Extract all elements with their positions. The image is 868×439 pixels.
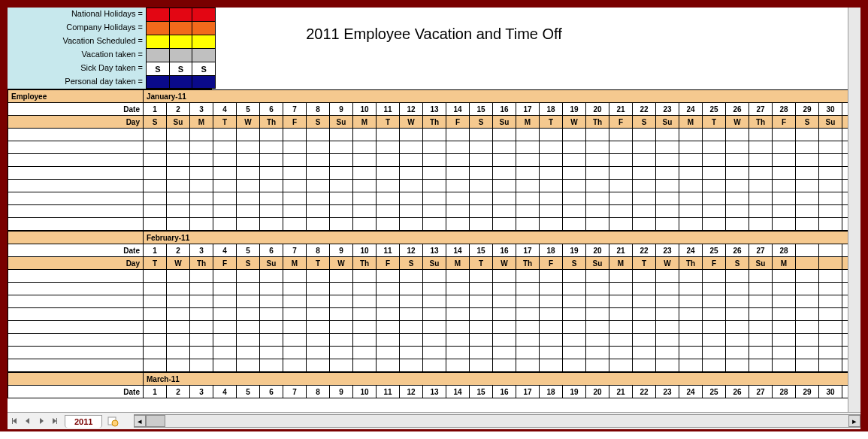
dow-cell[interactable]: S	[563, 257, 586, 270]
data-cell[interactable]	[400, 180, 423, 192]
data-cell[interactable]	[377, 334, 400, 347]
data-cell[interactable]	[819, 205, 842, 218]
tab-nav-next[interactable]	[35, 415, 47, 427]
data-cell[interactable]	[260, 270, 283, 283]
date-cell[interactable]: 8	[307, 244, 330, 257]
data-cell[interactable]	[516, 308, 540, 321]
date-cell[interactable]: 5	[237, 244, 260, 257]
date-cell[interactable]: 29	[796, 103, 819, 116]
data-cell[interactable]	[493, 308, 516, 321]
dow-cell[interactable]: F	[703, 257, 726, 270]
date-cell[interactable]: 1	[144, 103, 167, 116]
data-cell[interactable]	[773, 167, 796, 180]
data-cell[interactable]	[796, 167, 819, 180]
data-cell[interactable]	[423, 283, 446, 295]
data-cell[interactable]	[330, 205, 353, 218]
dow-cell[interactable]: W	[237, 116, 260, 129]
data-cell[interactable]	[190, 334, 213, 347]
date-cell[interactable]: 16	[493, 386, 516, 398]
data-cell[interactable]	[749, 321, 773, 334]
worksheet[interactable]: 2011 Employee Vacation and Time Off Nati…	[8, 8, 860, 412]
data-cell[interactable]	[167, 270, 190, 283]
data-cell[interactable]	[493, 192, 516, 205]
dow-cell[interactable]: M	[609, 257, 633, 270]
dow-cell[interactable]	[796, 257, 819, 270]
data-cell[interactable]	[470, 334, 493, 347]
date-cell[interactable]: 14	[446, 244, 470, 257]
dow-cell[interactable]: M	[283, 257, 307, 270]
data-cell[interactable]	[470, 192, 493, 205]
data-cell[interactable]	[377, 192, 400, 205]
data-cell[interactable]	[633, 270, 656, 283]
data-cell[interactable]	[167, 359, 190, 372]
data-cell[interactable]	[307, 205, 330, 218]
data-cell[interactable]	[493, 205, 516, 218]
data-cell[interactable]	[423, 205, 446, 218]
dow-cell[interactable]: W	[330, 257, 353, 270]
data-cell[interactable]	[819, 295, 842, 308]
dow-cell[interactable]: S	[144, 116, 167, 129]
data-cell[interactable]	[819, 359, 842, 372]
dow-cell[interactable]: Su	[586, 257, 609, 270]
date-cell[interactable]: 18	[540, 244, 563, 257]
data-cell[interactable]	[8, 205, 144, 218]
data-cell[interactable]	[353, 295, 377, 308]
data-cell[interactable]	[656, 270, 679, 283]
date-cell[interactable]: 25	[703, 103, 726, 116]
data-cell[interactable]	[679, 308, 703, 321]
data-cell[interactable]	[423, 167, 446, 180]
data-cell[interactable]	[470, 347, 493, 359]
date-cell[interactable]: 13	[423, 244, 446, 257]
data-cell[interactable]	[283, 347, 307, 359]
data-cell[interactable]	[377, 295, 400, 308]
data-cell[interactable]	[446, 129, 470, 141]
data-cell[interactable]	[283, 334, 307, 347]
data-cell[interactable]	[563, 205, 586, 218]
data-cell[interactable]	[353, 154, 377, 167]
dow-cell[interactable]: S	[400, 257, 423, 270]
data-cell[interactable]	[586, 321, 609, 334]
data-cell[interactable]	[703, 334, 726, 347]
date-cell[interactable]: 4	[213, 386, 237, 398]
data-cell[interactable]	[446, 295, 470, 308]
data-cell[interactable]	[144, 359, 167, 372]
data-cell[interactable]	[307, 129, 330, 141]
date-cell[interactable]: 23	[656, 244, 679, 257]
data-cell[interactable]	[8, 180, 144, 192]
data-cell[interactable]	[563, 321, 586, 334]
data-cell[interactable]	[516, 205, 540, 218]
dow-cell[interactable]: W	[400, 116, 423, 129]
data-cell[interactable]	[726, 321, 749, 334]
data-cell[interactable]	[540, 218, 563, 231]
data-cell[interactable]	[563, 218, 586, 231]
tab-nav-first[interactable]	[8, 415, 20, 427]
date-cell[interactable]: 5	[237, 103, 260, 116]
data-cell[interactable]	[819, 154, 842, 167]
data-cell[interactable]	[796, 129, 819, 141]
dow-cell[interactable]: W	[656, 257, 679, 270]
data-cell[interactable]	[283, 167, 307, 180]
data-cell[interactable]	[190, 218, 213, 231]
data-cell[interactable]	[400, 270, 423, 283]
date-cell[interactable]: 12	[400, 244, 423, 257]
data-cell[interactable]	[167, 308, 190, 321]
dow-cell[interactable]: W	[726, 116, 749, 129]
horizontal-scrollbar[interactable]: ◂ ▸	[134, 414, 860, 428]
data-cell[interactable]	[563, 359, 586, 372]
data-cell[interactable]	[190, 205, 213, 218]
data-cell[interactable]	[679, 167, 703, 180]
data-cell[interactable]	[679, 359, 703, 372]
data-cell[interactable]	[330, 167, 353, 180]
data-cell[interactable]	[353, 334, 377, 347]
data-cell[interactable]	[749, 129, 773, 141]
data-cell[interactable]	[423, 321, 446, 334]
data-cell[interactable]	[516, 192, 540, 205]
data-cell[interactable]	[679, 129, 703, 141]
date-cell[interactable]: 27	[749, 386, 773, 398]
data-cell[interactable]	[586, 218, 609, 231]
data-cell[interactable]	[353, 283, 377, 295]
date-cell[interactable]: 11	[377, 386, 400, 398]
data-cell[interactable]	[167, 321, 190, 334]
data-cell[interactable]	[516, 295, 540, 308]
dow-cell[interactable]: T	[540, 116, 563, 129]
